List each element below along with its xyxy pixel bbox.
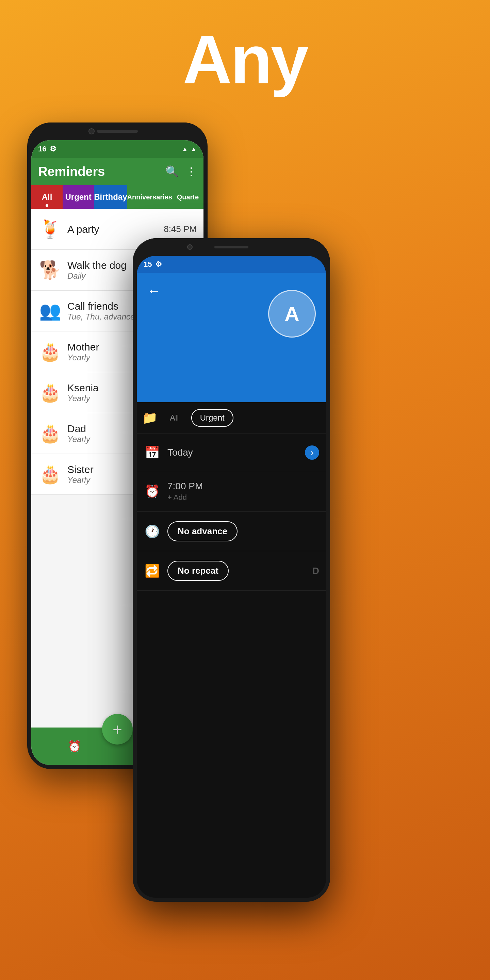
p2-row-time[interactable]: ⏰ 7:00 PM + Add bbox=[137, 471, 326, 512]
p2-time-label: 7:00 PM bbox=[167, 481, 319, 492]
p2-alarm-icon: ⏰ bbox=[143, 484, 161, 498]
p2-avatar-letter: A bbox=[285, 302, 299, 326]
p1-appbar: Reminders 🔍 ⋮ bbox=[31, 158, 204, 185]
p1-time: 16 bbox=[38, 145, 46, 153]
p2-row-arrow: › bbox=[305, 445, 319, 460]
item-emoji: 🎂 bbox=[38, 382, 62, 403]
p2-row-content: Today bbox=[167, 447, 298, 458]
phone2-notch bbox=[133, 238, 330, 256]
tab-quarter[interactable]: Quarte bbox=[172, 185, 204, 209]
p2-back-button[interactable]: ← bbox=[143, 280, 164, 302]
p1-bottom-reminders-icon[interactable]: ⏰ bbox=[68, 740, 81, 753]
p1-status-left: 16 ⚙ bbox=[38, 145, 56, 153]
item-emoji: 🐕 bbox=[38, 259, 62, 280]
p1-app-title: Reminders bbox=[38, 164, 105, 179]
phone1-notch bbox=[27, 123, 208, 140]
tab-anniversaries[interactable]: Anniversaries bbox=[127, 185, 172, 209]
item-emoji: 🎂 bbox=[38, 341, 62, 362]
p2-calendar-icon: 📅 bbox=[143, 445, 161, 460]
p1-menu-icon[interactable]: ⋮ bbox=[186, 165, 197, 178]
item-emoji: 🎂 bbox=[38, 423, 62, 444]
item-name: A party bbox=[67, 224, 154, 235]
p2-row-content: 7:00 PM + Add bbox=[167, 481, 319, 502]
p1-status-bar: 16 ⚙ ▲ ▲ bbox=[31, 140, 204, 158]
p2-status-bar: 15 ⚙ bbox=[137, 256, 326, 273]
p2-no-advance-chip[interactable]: No advance bbox=[167, 521, 237, 541]
p1-wifi-icon: ▲ bbox=[182, 146, 188, 153]
item-emoji: 🍹 bbox=[38, 219, 62, 240]
phone1-camera bbox=[89, 128, 95, 134]
p1-appbar-icons: 🔍 ⋮ bbox=[165, 165, 197, 178]
p2-no-repeat-chip[interactable]: No repeat bbox=[167, 561, 229, 581]
hero-title: Any bbox=[0, 21, 490, 99]
p2-avatar: A bbox=[268, 290, 316, 337]
p2-add-label: + Add bbox=[167, 493, 319, 502]
p2-row-content: No repeat bbox=[167, 561, 302, 581]
p2-row-repeat[interactable]: 🔁 No repeat D bbox=[137, 551, 326, 591]
item-emoji: 👥 bbox=[38, 301, 62, 321]
tab-dot bbox=[46, 204, 48, 207]
tab-urgent[interactable]: Urgent bbox=[63, 185, 94, 209]
p2-tabs-row: 📁 All Urgent bbox=[137, 402, 326, 434]
phone2-camera bbox=[187, 244, 192, 250]
tab-all[interactable]: All bbox=[31, 185, 63, 209]
p1-search-icon[interactable]: 🔍 bbox=[165, 165, 179, 178]
p2-tab-all[interactable]: All bbox=[162, 410, 187, 426]
p2-time: 15 bbox=[143, 260, 152, 269]
p2-repeat-extra: D bbox=[312, 566, 319, 576]
item-emoji: 🎂 bbox=[38, 464, 62, 485]
phone2-speaker bbox=[215, 246, 248, 248]
p2-gear-icon: ⚙ bbox=[155, 260, 162, 269]
item-info: A party bbox=[67, 224, 154, 235]
p2-row-advance[interactable]: 🕐 No advance bbox=[137, 512, 326, 551]
p1-fab-button[interactable]: + bbox=[102, 714, 133, 745]
p2-row-today[interactable]: 📅 Today › bbox=[137, 434, 326, 471]
p1-tabs: All Urgent Birthday Anniversaries Quarte bbox=[31, 185, 204, 209]
p2-row-content: No advance bbox=[167, 521, 319, 541]
p2-appbar: ← A bbox=[137, 273, 326, 402]
p1-fab-plus-icon: + bbox=[113, 720, 122, 739]
phone1-speaker bbox=[97, 130, 138, 133]
p2-status-left: 15 ⚙ bbox=[143, 260, 162, 269]
item-time: 8:45 PM bbox=[159, 224, 197, 234]
p2-repeat-icon: 🔁 bbox=[143, 564, 161, 578]
tab-birthday[interactable]: Birthday bbox=[94, 185, 127, 209]
p1-status-right: ▲ ▲ bbox=[182, 146, 197, 153]
phone2-screen: 15 ⚙ ← A 📁 All Urgent 📅 Today › bbox=[137, 256, 326, 898]
p2-advance-icon: 🕐 bbox=[143, 524, 161, 539]
p1-signal-icon: ▲ bbox=[191, 146, 197, 153]
p1-gear-icon: ⚙ bbox=[50, 145, 56, 153]
p2-tab-urgent[interactable]: Urgent bbox=[191, 409, 234, 427]
p2-today-label: Today bbox=[167, 447, 298, 458]
p2-folder-icon: 📁 bbox=[142, 411, 158, 425]
phone2-device: 15 ⚙ ← A 📁 All Urgent 📅 Today › bbox=[133, 238, 330, 902]
